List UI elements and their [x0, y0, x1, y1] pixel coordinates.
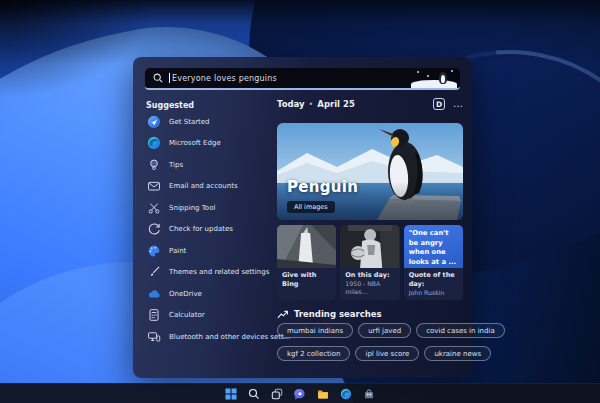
card-on-this-day[interactable]: On this day: 1950 - NBA miles... — [340, 225, 399, 300]
search-bar[interactable]: Everyone loves penguins — [145, 68, 460, 90]
suggested-item-label: Paint — [169, 247, 186, 255]
trending-title: Trending searches — [294, 309, 382, 319]
date-label: April 25 — [317, 99, 354, 109]
suggested-item-label: Tips — [169, 161, 183, 169]
desktop-screen: Everyone loves penguins Suggested Get St… — [0, 0, 600, 403]
suggested-item-label: Bluetooth and other devices sett... — [169, 333, 290, 341]
hero-title: Penguin — [287, 178, 358, 196]
snipping-tool-icon — [146, 200, 161, 215]
suggested-item-paint[interactable]: Paint — [146, 243, 274, 258]
cards-row: Give with Bing — [277, 225, 463, 300]
card-caption-title: On this day: — [345, 271, 394, 280]
suggested-item-label: Get Started — [169, 118, 210, 126]
search-input[interactable]: Everyone loves penguins — [172, 74, 277, 83]
suggested-item-get-started[interactable]: Get Started — [146, 114, 274, 129]
suggested-item-calculator[interactable]: Calculator — [146, 308, 274, 323]
suggested-item-email-accounts[interactable]: Email and accounts — [146, 179, 274, 194]
suggested-item-label: Snipping Tool — [169, 204, 215, 212]
paint-icon — [146, 243, 161, 258]
text-cursor — [169, 73, 170, 83]
trending-pill[interactable]: ukraine news — [424, 346, 491, 361]
store-icon — [363, 388, 375, 400]
trending-pill[interactable]: mumbai indians — [277, 323, 353, 338]
star-doodle — [417, 71, 419, 73]
star-doodle — [427, 75, 429, 77]
search-flyout-panel: Everyone loves penguins Suggested Get St… — [133, 57, 472, 378]
trending-pill-row: kgf 2 collection ipl live score ukraine … — [277, 346, 491, 361]
hero-card-penguin[interactable]: Penguin All images — [277, 123, 463, 220]
file-explorer-icon — [317, 388, 329, 400]
taskbar-store-button[interactable] — [362, 387, 376, 401]
bluetooth-devices-icon — [146, 329, 161, 344]
suggested-item-label: Themes and related settings — [169, 268, 269, 276]
snow-doodle — [411, 80, 457, 88]
taskbar — [0, 383, 600, 403]
taskbar-task-view-button[interactable] — [270, 387, 284, 401]
edge-icon — [146, 136, 161, 151]
card-caption-title: Give with Bing — [282, 271, 331, 289]
quote-box: "One can't be angry when one looks at a … — [404, 225, 463, 268]
content-header: Today • April 25 D … — [277, 97, 463, 111]
taskbar-edge-button[interactable] — [339, 387, 353, 401]
suggested-item-tips[interactable]: Tips — [146, 157, 274, 172]
suggested-item-label: Microsoft Edge — [169, 139, 221, 147]
card-quote-of-the-day[interactable]: "One can't be angry when one looks at a … — [404, 225, 463, 300]
more-options-button[interactable]: … — [453, 101, 463, 107]
windows-start-icon — [225, 388, 237, 400]
card-caption: On this day: 1950 - NBA miles... — [340, 268, 399, 300]
trending-pill[interactable]: covid cases in india — [416, 323, 505, 338]
suggested-item-microsoft-edge[interactable]: Microsoft Edge — [146, 136, 274, 151]
penguin-doodle-figure — [439, 72, 447, 84]
suggested-item-snipping-tool[interactable]: Snipping Tool — [146, 200, 274, 215]
card-give-with-bing[interactable]: Give with Bing — [277, 225, 336, 300]
tips-icon — [146, 157, 161, 172]
suggested-heading: Suggested — [146, 101, 194, 110]
search-icon — [153, 73, 163, 83]
task-view-icon — [271, 388, 283, 400]
on-this-day-photo — [340, 225, 399, 268]
trending-icon — [277, 310, 288, 319]
trending-searches-header: Trending searches — [277, 309, 382, 319]
onedrive-icon — [146, 286, 161, 301]
penguin-doodle — [411, 69, 457, 87]
suggested-item-label: Check for updates — [169, 225, 233, 233]
card-caption-subtitle: John Ruskin — [409, 289, 458, 297]
suggested-item-onedrive[interactable]: OneDrive — [146, 286, 274, 301]
suggested-item-label: OneDrive — [169, 290, 202, 298]
taskbar-file-explorer-button[interactable] — [316, 387, 330, 401]
card-caption: Quote of the day: John Ruskin — [404, 268, 463, 300]
suggested-item-check-updates[interactable]: Check for updates — [146, 222, 274, 237]
card-caption-subtitle: 1950 - NBA miles... — [345, 280, 394, 296]
edge-icon — [340, 388, 352, 400]
trending-pill[interactable]: urfi javed — [358, 323, 411, 338]
give-with-bing-photo — [277, 225, 336, 268]
chat-icon — [294, 388, 306, 400]
themes-icon — [146, 265, 161, 280]
suggested-list: Get Started Microsoft Edge Tips Email an… — [146, 114, 274, 351]
card-caption: Give with Bing — [277, 268, 336, 300]
star-doodle — [451, 70, 453, 72]
all-images-button[interactable]: All images — [287, 201, 335, 213]
get-started-icon — [146, 114, 161, 129]
header-separator: • — [309, 100, 314, 109]
suggested-item-label: Calculator — [169, 311, 205, 319]
trending-pill[interactable]: ipl live score — [355, 346, 419, 361]
updates-icon — [146, 222, 161, 237]
suggested-item-bluetooth-devices[interactable]: Bluetooth and other devices sett... — [146, 329, 274, 344]
d-badge-button[interactable]: D — [433, 98, 445, 110]
search-icon — [248, 388, 260, 400]
bing-content-column: Today • April 25 D … — [277, 97, 463, 378]
email-icon — [146, 179, 161, 194]
quote-text: "One can't be angry when one looks at a … — [409, 229, 458, 267]
suggested-item-label: Email and accounts — [169, 182, 238, 190]
suggested-item-themes-settings[interactable]: Themes and related settings — [146, 265, 274, 280]
taskbar-start-button[interactable] — [224, 387, 238, 401]
taskbar-search-button[interactable] — [247, 387, 261, 401]
trending-pill[interactable]: kgf 2 collection — [277, 346, 350, 361]
today-label: Today — [277, 99, 305, 109]
trending-pill-row: mumbai indians urfi javed covid cases in… — [277, 323, 505, 338]
card-caption-title: Quote of the day: — [409, 271, 458, 289]
calculator-icon — [146, 308, 161, 323]
taskbar-chat-button[interactable] — [293, 387, 307, 401]
